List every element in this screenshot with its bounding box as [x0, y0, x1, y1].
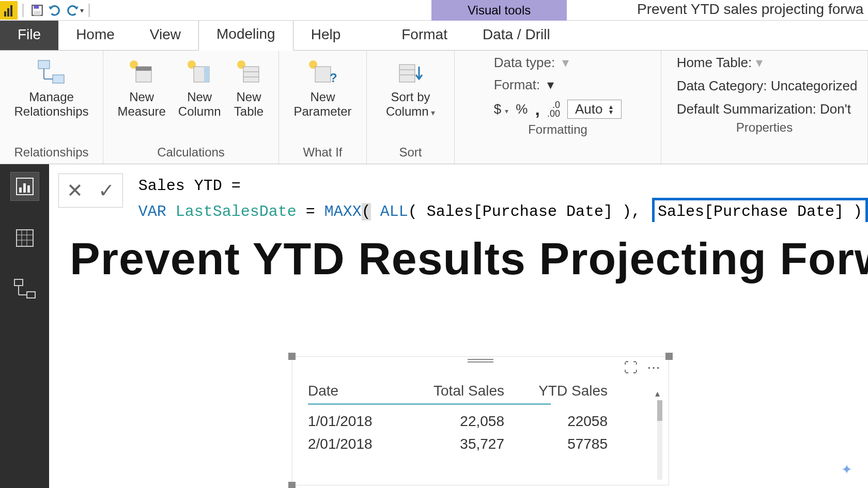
quick-access-toolbar: ▾ Visual tools Prevent YTD sales project… [0, 0, 868, 21]
new-table-label: New Table [234, 90, 264, 118]
group-label: Formatting [528, 119, 587, 141]
currency-button[interactable]: $ ▾ [494, 101, 509, 117]
formula-commit-box: ✕ ✓ [58, 174, 123, 208]
tab-home[interactable]: Home [58, 19, 132, 50]
svg-rect-26 [27, 185, 30, 193]
data-type-dropdown[interactable]: ▾ [562, 55, 569, 71]
group-sort: Sort by Column Sort [367, 51, 455, 164]
tab-file[interactable]: File [0, 19, 58, 50]
data-view-button[interactable] [11, 224, 39, 252]
col-ytd-sales[interactable]: YTD Sales [530, 383, 608, 399]
more-options-icon[interactable]: ⋯ [647, 360, 660, 376]
measure-name: Sales YTD [138, 177, 222, 195]
col-total-sales[interactable]: Total Sales [422, 383, 504, 399]
column-ref: Sales[Purchase Date] ) [658, 203, 862, 221]
default-summarization-label: Default Summarization: Don't [677, 101, 851, 117]
tab-format[interactable]: Format [384, 19, 465, 50]
svg-rect-1 [34, 5, 39, 9]
svg-rect-33 [27, 292, 35, 298]
undo-button[interactable] [46, 2, 64, 19]
col-date[interactable]: Date [308, 383, 396, 399]
cell-ytd: 57785 [530, 436, 608, 452]
new-column-button[interactable]: New Column [172, 55, 227, 120]
app-icon [0, 1, 18, 20]
thousands-separator-button[interactable]: , [535, 99, 539, 119]
cell-total: 22,058 [422, 413, 504, 430]
save-button[interactable] [28, 2, 46, 19]
svg-rect-12 [204, 67, 209, 82]
svg-rect-2 [34, 11, 41, 15]
decimal-places-icon: .0.00 [547, 101, 560, 117]
decimal-places-value: Auto [575, 101, 603, 117]
svg-rect-25 [23, 183, 26, 193]
maxx-fn: MAXX [324, 203, 362, 221]
column-ref: Sales[Purchase Date] [427, 203, 613, 221]
model-view-button[interactable] [11, 276, 39, 304]
formula-editor[interactable]: Sales YTD = VAR LastSalesDate = MAXX( AL… [123, 164, 868, 226]
cell-date: 2/01/2018 [308, 436, 396, 452]
sort-by-column-label: Sort by Column [386, 90, 435, 118]
group-label: Sort [399, 142, 422, 164]
window-title: Prevent YTD sales projecting forwa [637, 1, 863, 18]
cell-total: 35,727 [422, 436, 504, 452]
redo-button[interactable] [64, 2, 81, 19]
equals: = [222, 177, 241, 195]
all-fn: ALL [380, 203, 408, 221]
report-canvas[interactable]: Prevent YTD Results Projecting Forw ⛶ ⋯ … [49, 222, 868, 488]
manage-relationships-button[interactable]: Manage Relationships [8, 55, 95, 120]
qat-customize-dropdown[interactable]: ▾ [80, 6, 84, 14]
table-header-row: Date Total Sales YTD Sales [308, 383, 653, 399]
decimal-places-spinner[interactable]: Auto ▲▼ [567, 100, 622, 119]
new-table-button[interactable]: New Table [227, 55, 271, 120]
tab-view[interactable]: View [132, 19, 198, 50]
svg-rect-9 [136, 67, 151, 71]
format-dropdown[interactable]: ▾ [547, 77, 554, 93]
contextual-tab-header: Visual tools [431, 0, 567, 21]
data-type-label: Data type: [494, 55, 555, 71]
svg-text:?: ? [330, 71, 337, 85]
cancel-formula-button[interactable]: ✕ [60, 179, 89, 202]
group-formatting: Data type: ▾ Format: ▾ $ ▾ % , .0.00 Aut… [455, 51, 661, 164]
view-mode-nav [0, 164, 49, 488]
group-what-if: ? New Parameter What If [279, 51, 367, 164]
home-table-dropdown[interactable]: ▾ [756, 55, 763, 71]
svg-rect-4 [53, 75, 64, 83]
svg-rect-14 [243, 67, 259, 82]
new-parameter-button[interactable]: ? New Parameter [287, 55, 358, 120]
table-row: 1/01/2018 22,058 22058 [308, 410, 653, 433]
group-properties: Home Table: ▾ Data Category: Uncategoriz… [661, 51, 868, 164]
separator [23, 4, 23, 17]
new-measure-button[interactable]: New Measure [111, 55, 172, 120]
ribbon-tabs: File Home View Modeling Help Format Data… [0, 21, 868, 51]
focus-mode-icon[interactable]: ⛶ [624, 360, 638, 376]
group-label: What If [303, 142, 342, 164]
group-label: Relationships [14, 142, 88, 164]
percent-button[interactable]: % [516, 101, 528, 117]
ribbon: Manage Relationships Relationships New M… [0, 51, 868, 164]
var-identifier: LastSalesDate [166, 203, 306, 221]
table-visual[interactable]: ⛶ ⋯ Date Total Sales YTD Sales 1/01/2018… [292, 356, 669, 485]
group-relationships: Manage Relationships Relationships [0, 51, 103, 164]
cell-ytd: 22058 [530, 413, 608, 430]
formula-bar: ✕ ✓ Sales YTD = VAR LastSalesDate = MAXX… [49, 164, 868, 226]
manage-relationships-label: Manage Relationships [14, 90, 88, 118]
table-row: 2/01/2018 35,727 57785 [308, 433, 653, 455]
commit-formula-button[interactable]: ✓ [92, 179, 121, 202]
tab-help[interactable]: Help [293, 19, 359, 50]
visual-drag-handle[interactable] [468, 359, 493, 364]
group-label: Properties [736, 117, 793, 139]
svg-rect-27 [17, 230, 33, 246]
new-measure-label: New Measure [117, 90, 165, 118]
var-keyword: VAR [138, 203, 166, 221]
tab-modeling[interactable]: Modeling [198, 18, 293, 51]
vertical-scrollbar[interactable]: ▴ [655, 388, 665, 480]
svg-rect-3 [38, 60, 50, 69]
new-column-label: New Column [178, 90, 221, 118]
scrollbar-thumb[interactable] [657, 400, 662, 421]
group-label: Calculations [157, 142, 225, 164]
sort-by-column-button[interactable]: Sort by Column [380, 55, 441, 120]
format-label: Format: [494, 77, 540, 93]
new-parameter-label: New Parameter [293, 90, 351, 118]
report-view-button[interactable] [11, 172, 39, 200]
tab-data-drill[interactable]: Data / Drill [465, 19, 568, 50]
